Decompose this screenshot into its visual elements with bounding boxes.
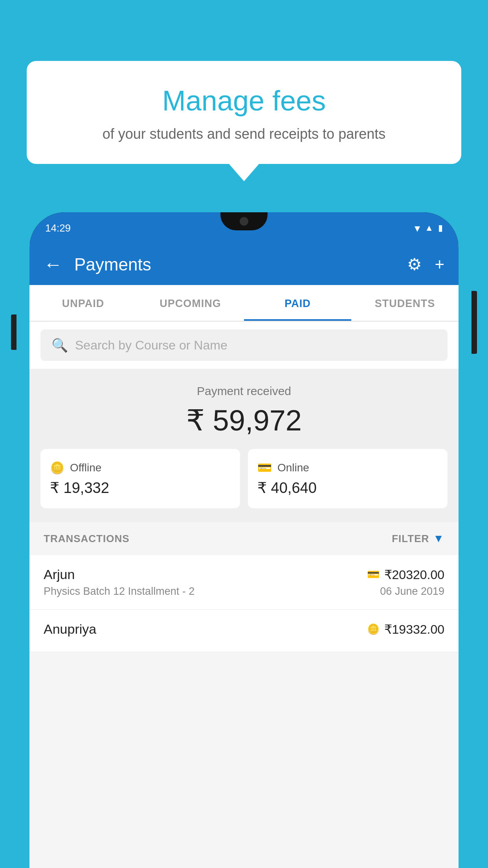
tab-paid[interactable]: PAID xyxy=(244,285,351,321)
payment-total: ₹ 59,972 xyxy=(40,403,448,437)
offline-card-header: 🪙 Offline xyxy=(50,461,231,474)
offline-amount: ₹ 19,332 xyxy=(50,479,231,497)
tabs-bar: UNPAID UPCOMING PAID STUDENTS xyxy=(29,285,459,322)
volume-button-left xyxy=(11,314,17,350)
app-screen: ← Payments ⚙ + UNPAID UPCOMING PAID STUD… xyxy=(29,244,459,868)
transaction-name-1: Arjun xyxy=(44,567,75,582)
search-box[interactable]: 🔍 Search by Course or Name xyxy=(40,329,448,361)
filter-button[interactable]: FILTER ▼ xyxy=(392,532,444,545)
add-icon[interactable]: + xyxy=(435,255,444,274)
page-title: Payments xyxy=(74,255,407,274)
transactions-header: TRANSACTIONS FILTER ▼ xyxy=(29,522,459,555)
back-button[interactable]: ← xyxy=(44,254,62,275)
tooltip-card: Manage fees of your students and send re… xyxy=(27,61,461,164)
transaction-top-1: Arjun 💳 ₹20320.00 xyxy=(44,567,444,582)
tab-upcoming[interactable]: UPCOMING xyxy=(137,285,244,321)
tooltip-title: Manage fees xyxy=(48,85,440,117)
transaction-amount-2: ₹19332.00 xyxy=(384,622,444,637)
header-actions: ⚙ + xyxy=(407,255,444,274)
online-type: Online xyxy=(277,462,309,474)
filter-label: FILTER xyxy=(392,533,429,545)
search-container: 🔍 Search by Course or Name xyxy=(29,322,459,369)
payment-type-icon-2: 🪙 xyxy=(367,623,380,635)
payment-cards: 🪙 Offline ₹ 19,332 💳 Online ₹ 40,640 xyxy=(40,449,448,508)
online-icon: 💳 xyxy=(257,461,272,474)
transaction-row[interactable]: Arjun 💳 ₹20320.00 Physics Batch 12 Insta… xyxy=(29,555,459,610)
signal-icon xyxy=(425,223,433,233)
online-card: 💳 Online ₹ 40,640 xyxy=(248,449,448,508)
payment-summary: Payment received ₹ 59,972 🪙 Offline ₹ 19… xyxy=(29,369,459,522)
wifi-icon xyxy=(415,222,420,235)
transaction-name-2: Anupriya xyxy=(44,622,96,637)
transaction-amount-wrap-1: 💳 ₹20320.00 xyxy=(367,567,444,582)
search-icon: 🔍 xyxy=(51,337,68,353)
transaction-date-1: 06 June 2019 xyxy=(380,585,444,598)
transaction-bottom-1: Physics Batch 12 Installment - 2 06 June… xyxy=(44,585,444,598)
tab-unpaid[interactable]: UNPAID xyxy=(29,285,137,321)
search-placeholder-text: Search by Course or Name xyxy=(75,338,227,353)
transaction-amount-1: ₹20320.00 xyxy=(384,567,444,582)
battery-icon xyxy=(438,223,443,233)
offline-card: 🪙 Offline ₹ 19,332 xyxy=(40,449,240,508)
phone-frame: 14:29 ← Payments ⚙ + UNPAID UPCOMING PAI… xyxy=(29,212,459,868)
offline-type: Offline xyxy=(70,462,101,474)
filter-icon: ▼ xyxy=(433,532,444,545)
transaction-course-1: Physics Batch 12 Installment - 2 xyxy=(44,585,194,598)
payment-type-icon-1: 💳 xyxy=(367,568,380,581)
tooltip-subtitle: of your students and send receipts to pa… xyxy=(48,126,440,142)
payment-received-label: Payment received xyxy=(40,384,448,398)
phone-notch xyxy=(220,212,268,230)
transaction-amount-wrap-2: 🪙 ₹19332.00 xyxy=(367,622,444,637)
status-time: 14:29 xyxy=(45,222,71,234)
status-bar: 14:29 xyxy=(29,212,459,244)
online-card-header: 💳 Online xyxy=(257,461,438,474)
settings-icon[interactable]: ⚙ xyxy=(407,255,422,274)
online-amount: ₹ 40,640 xyxy=(257,479,438,497)
tab-students[interactable]: STUDENTS xyxy=(351,285,459,321)
transaction-top-2: Anupriya 🪙 ₹19332.00 xyxy=(44,622,444,637)
offline-icon: 🪙 xyxy=(50,461,64,474)
app-header: ← Payments ⚙ + xyxy=(29,244,459,285)
transaction-row[interactable]: Anupriya 🪙 ₹19332.00 xyxy=(29,610,459,652)
transactions-label: TRANSACTIONS xyxy=(44,533,130,545)
status-icons xyxy=(415,222,443,235)
power-button-right xyxy=(471,291,477,354)
